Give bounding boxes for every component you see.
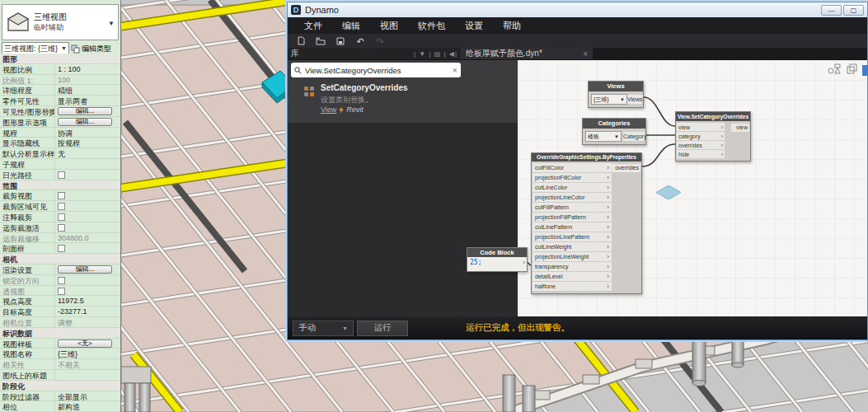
property-row[interactable]: 相机位置 调整 调整 ^ — [0, 317, 120, 328]
property-value[interactable]: 11972.5 11972.5 ^ — [55, 296, 120, 306]
input-port[interactable]: projectionLineColor› — [533, 193, 612, 202]
property-value[interactable]: 编辑... 编辑... ^ — [55, 117, 120, 127]
input-port[interactable]: cutFillPattern› — [533, 203, 612, 212]
menu-item[interactable]: 软件包 — [408, 20, 455, 32]
input-port[interactable]: hide› — [677, 150, 725, 158]
property-row[interactable]: 锁定的方向 ^ — [0, 275, 120, 286]
input-port[interactable]: cutLineColor› — [533, 183, 612, 192]
checkbox[interactable] — [58, 245, 65, 252]
checkbox[interactable] — [58, 224, 65, 232]
property-row[interactable]: 视图名称 {三维} {三维} ^ — [0, 349, 120, 359]
geometry-preview-icon[interactable] — [828, 63, 842, 77]
property-edit-button[interactable]: 编辑... — [58, 118, 112, 126]
property-row[interactable]: 图形显示选项 编辑... 编辑... ^ — [0, 117, 120, 128]
input-port[interactable]: projectionLinePattern› — [533, 232, 612, 241]
menu-item[interactable]: 设置 — [455, 20, 493, 32]
input-port[interactable]: halftone› — [533, 282, 612, 291]
property-row[interactable]: 视图比例 1 : 100 1 : 100 ^ — [0, 64, 120, 75]
node-title[interactable]: Views — [589, 82, 643, 91]
property-row[interactable]: 剖面框 ^ — [0, 243, 120, 254]
run-mode-select[interactable]: 手动▼ — [293, 321, 354, 336]
property-row[interactable]: 裁剪视图 ^ — [0, 190, 120, 201]
property-value[interactable]: 304800.0 304800.0 ^ — [55, 233, 120, 243]
property-value[interactable]: ^ — [55, 201, 120, 211]
node-title[interactable]: OverrideGraphicSettings.ByProperties — [532, 153, 641, 162]
property-row[interactable]: 远剪裁激活 ^ — [0, 222, 120, 233]
property-row[interactable]: 渲染设置 编辑... 编辑... ^ — [0, 265, 120, 275]
property-value[interactable]: 不相关 不相关 ^ — [55, 359, 120, 369]
node-views[interactable]: Views {三维}▼ Views — [588, 81, 644, 108]
menu-item[interactable]: 视图 — [370, 20, 408, 32]
open-file-icon[interactable] — [316, 36, 326, 46]
node-override-graphic-settings[interactable]: OverrideGraphicSettings.ByProperties cut… — [531, 152, 642, 294]
property-row[interactable]: 目标高度 -23277.1 -23277.1 ^ — [0, 307, 120, 317]
result-group[interactable]: View — [321, 105, 336, 114]
input-port[interactable]: projectionLineWeight› — [533, 252, 612, 261]
property-value[interactable]: {三维} {三维} ^ — [55, 349, 120, 358]
cube-icon[interactable] — [847, 63, 857, 77]
property-row[interactable]: 比例值 1: 100 100 ^ — [0, 75, 120, 86]
property-value[interactable]: 显示两者 显示两者 ^ — [55, 96, 120, 105]
node-categories[interactable]: Categories 楼板▼ Category — [582, 118, 646, 145]
minimize-button[interactable]: — — [821, 5, 842, 16]
property-value[interactable]: ^ — [55, 159, 120, 169]
search-input[interactable] — [305, 66, 449, 75]
dynamo-canvas[interactable]: Views {三维}▼ Views Categories 楼板▼ Categor… — [518, 60, 867, 316]
library-search[interactable]: × — [291, 63, 461, 77]
chevron-down-icon[interactable]: ▼ — [108, 20, 115, 27]
checkbox[interactable] — [58, 171, 65, 179]
property-row[interactable]: 阶段过滤器 全部显示 全部显示 ^ — [0, 391, 120, 402]
checkbox[interactable] — [58, 192, 65, 199]
property-value[interactable]: 1 : 100 1 : 100 ^ — [55, 64, 120, 74]
input-port[interactable]: view› — [677, 123, 725, 131]
node-set-category-overrides[interactable]: View.SetCategoryOverrides view› category… — [675, 111, 751, 162]
property-row[interactable]: 相位 新构造 新构造 ^ — [0, 401, 120, 412]
property-value[interactable]: 无 无 ^ — [55, 148, 120, 158]
views-dropdown[interactable]: {三维}▼ — [591, 94, 627, 105]
property-value[interactable]: 调整 调整 ^ — [55, 317, 120, 327]
property-value[interactable]: ^ — [55, 286, 120, 296]
property-row[interactable]: 详细程度 精细 精细 ^ — [0, 85, 120, 96]
property-value[interactable]: 100 100 ^ — [55, 75, 120, 85]
input-port[interactable]: transparency› — [533, 262, 612, 271]
input-port[interactable]: cutLinePattern› — [533, 222, 612, 232]
property-value[interactable]: ^ — [55, 222, 120, 232]
checkbox[interactable] — [58, 277, 65, 284]
property-row[interactable]: 可见性/图形替换 编辑... 编辑... ^ — [0, 106, 120, 117]
maximize-button[interactable]: ▢ — [843, 5, 864, 16]
property-value[interactable]: ^ — [55, 370, 120, 380]
save-file-icon[interactable] — [335, 36, 345, 46]
property-edit-button[interactable]: 编辑... — [58, 265, 112, 274]
property-row[interactable]: 日光路径 ^ — [0, 170, 120, 180]
property-value[interactable]: ^ — [55, 170, 120, 180]
workspace-tab[interactable]: 给板厚赋予颜色.dyn* × — [461, 48, 593, 59]
checkbox[interactable] — [58, 213, 65, 221]
property-value[interactable]: 协调 协调 ^ — [55, 128, 120, 138]
property-row[interactable]: 图纸上的标题 ^ — [0, 370, 120, 381]
clipped-toolbar-icon[interactable] — [862, 65, 868, 76]
property-row[interactable]: 图形 ^ — [0, 54, 120, 64]
property-row[interactable]: 相关性 不相关 不相关 ^ — [0, 359, 120, 370]
menu-item[interactable]: 帮助 — [493, 20, 531, 32]
redo-icon[interactable]: ↷ — [375, 36, 385, 46]
menu-item[interactable]: 编辑 — [332, 20, 370, 32]
output-port[interactable]: view — [731, 124, 749, 132]
node-title[interactable]: Code Block — [467, 248, 527, 257]
property-value[interactable]: 全部显示 全部显示 ^ — [55, 391, 120, 401]
property-value[interactable]: ^ — [55, 275, 120, 285]
output-port[interactable]: › — [523, 259, 525, 266]
property-value[interactable]: -23277.1 -23277.1 ^ — [55, 307, 120, 316]
property-row[interactable]: 透视图 ^ — [0, 286, 120, 297]
property-row[interactable]: 标识数据 ^ — [0, 328, 120, 339]
property-value[interactable]: ^ — [55, 243, 120, 253]
output-port[interactable]: Category — [623, 132, 645, 141]
property-row[interactable]: 视图样板 <无> <无> ^ — [0, 339, 120, 349]
property-edit-button[interactable]: 编辑... — [58, 107, 112, 115]
clear-search-icon[interactable]: × — [453, 65, 457, 75]
node-title[interactable]: Categories — [583, 119, 645, 129]
type-selector[interactable]: 三维视图 临时辅助 ▼ — [2, 4, 119, 40]
output-port[interactable]: overrides — [609, 164, 640, 172]
dynamo-titlebar[interactable]: D Dynamo — ▢ — [288, 2, 867, 17]
property-row[interactable]: 零件可见性 显示两者 显示两者 ^ — [0, 96, 120, 106]
library-filter-icon[interactable]: | ▼ — [414, 50, 429, 58]
